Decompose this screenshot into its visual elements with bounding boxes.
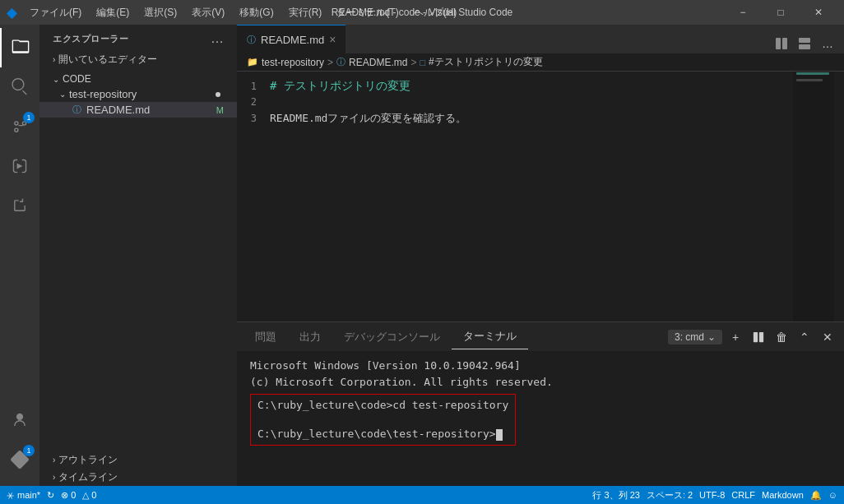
terminal-cmd-1: C:\ruby_lecture\code>cd test-repository	[257, 397, 508, 414]
status-right: 行 3、列 23 スペース: 2 UTF-8 CRLF Markdown 🔔 ☺	[592, 489, 837, 502]
git-branch-name: main*	[17, 490, 40, 500]
terminal-line-1: Microsoft Windows [Version 10.0.19042.96…	[250, 358, 831, 374]
menu-go[interactable]: 移動(G)	[233, 4, 280, 21]
menu-view[interactable]: 表示(V)	[185, 4, 231, 21]
language-status[interactable]: Markdown	[762, 490, 804, 500]
info-icon: ⓘ	[72, 104, 81, 116]
folder-test-repository[interactable]: ⌄ test-repository	[39, 86, 237, 102]
kill-terminal-button[interactable]: 🗑	[772, 327, 791, 347]
folder-icon: 📁	[247, 57, 258, 67]
terminal-line-2: (c) Microsoft Corporation. All rights re…	[250, 374, 831, 391]
activity-source-control[interactable]: 1	[0, 107, 39, 146]
menu-file[interactable]: ファイル(F)	[23, 4, 88, 21]
code-section-label: CODE	[63, 73, 91, 85]
breadcrumb-separator: >	[327, 57, 333, 68]
terminal-selector[interactable]: 3: cmd ⌄	[668, 330, 722, 344]
tab-close-button[interactable]: ×	[329, 33, 336, 46]
notifications-status[interactable]: 🔔	[810, 490, 822, 501]
feedback-status[interactable]: ☺	[828, 490, 837, 500]
git-branch-icon: ⚹	[7, 490, 14, 501]
activity-extensions[interactable]	[0, 186, 39, 225]
errors-status[interactable]: ⊗ 0	[61, 490, 76, 501]
maximize-button[interactable]: □	[762, 0, 800, 25]
tab-debug-console[interactable]: デバッグコンソール	[332, 325, 452, 349]
svg-rect-5	[759, 331, 763, 341]
chevron-right-icon: ›	[53, 55, 55, 64]
menu-select[interactable]: 選択(S)	[137, 4, 183, 21]
line-ending-status[interactable]: CRLF	[731, 490, 755, 500]
activity-explorer[interactable]	[0, 28, 39, 67]
breadcrumb-file[interactable]: README.md	[349, 57, 407, 68]
line-content-3: README.mdファイルの変更を確認する。	[270, 110, 466, 126]
close-button[interactable]: ✕	[800, 0, 837, 25]
cursor-position-status[interactable]: 行 3、列 23	[592, 489, 639, 502]
warnings-status[interactable]: △ 0	[82, 490, 96, 501]
sync-status[interactable]: ↻	[47, 490, 54, 501]
sidebar-more-button[interactable]: …	[211, 31, 224, 46]
tab-readme[interactable]: ⓘ README.md ×	[237, 25, 345, 53]
chevron-right-icon: ›	[53, 473, 55, 482]
open-editors-label: 開いているエディター	[58, 53, 157, 67]
spaces-label: スペース: 2	[647, 489, 693, 502]
outline-label: アウトライン	[58, 453, 118, 467]
open-editors-header[interactable]: › 開いているエディター	[39, 51, 237, 68]
line-number-1: 1	[237, 79, 270, 95]
breadcrumb-repo[interactable]: test-repository	[262, 57, 324, 68]
sync-icon: ↻	[47, 490, 54, 501]
warning-icon: △ 0	[82, 490, 96, 501]
editor-content[interactable]: 1 # テストリポジトリの変更 2 3 README.mdファイルの変更を確認す…	[237, 72, 844, 321]
encoding-status[interactable]: UTF-8	[699, 490, 725, 500]
sidebar: エクスプローラー … › 開いているエディター ⌄ CODE ⌄ test-re…	[39, 25, 237, 486]
file-icon: ⓘ	[336, 56, 345, 68]
code-section-header[interactable]: ⌄ CODE	[39, 72, 237, 86]
chevron-down-icon: ⌄	[53, 75, 59, 84]
file-readme[interactable]: ⓘ README.md M	[39, 102, 237, 118]
tab-terminal[interactable]: ターミナル	[452, 324, 528, 349]
file-modified-badge: M	[216, 105, 224, 115]
settings-badge: 1	[23, 445, 35, 456]
minimize-button[interactable]: −	[724, 0, 762, 25]
spaces-status[interactable]: スペース: 2	[647, 489, 693, 502]
menu-run[interactable]: 実行(R)	[282, 4, 329, 21]
error-icon: ⊗ 0	[61, 490, 76, 501]
panel-tabs: 問題 出力 デバッグコンソール ターミナル 3: cmd ⌄ + 🗑 ⌃	[237, 322, 844, 351]
code-section: ⌄ CODE ⌄ test-repository ⓘ README.md M	[39, 70, 237, 119]
open-editors-section: › 開いているエディター	[39, 49, 237, 70]
tab-name: README.md	[261, 34, 324, 46]
terminal-content[interactable]: Microsoft Windows [Version 10.0.19042.96…	[237, 351, 844, 486]
panel-close-button[interactable]: ✕	[818, 327, 837, 347]
timeline-header[interactable]: › タイムライン	[39, 469, 237, 486]
line-ending-label: CRLF	[731, 490, 755, 500]
svg-rect-4	[754, 331, 758, 341]
activity-account[interactable]	[0, 400, 39, 440]
line-number-2: 2	[237, 95, 270, 110]
activity-bottom: 1	[0, 400, 39, 486]
tab-output[interactable]: 出力	[288, 325, 332, 349]
encoding-label: UTF-8	[699, 490, 725, 500]
new-terminal-button[interactable]: +	[726, 327, 745, 347]
sidebar-title: エクスプローラー	[53, 33, 128, 45]
symbol-icon: □	[420, 58, 425, 67]
language-label: Markdown	[762, 490, 804, 500]
panel-expand-button[interactable]: ⌃	[795, 327, 814, 347]
git-branch-status[interactable]: ⚹ main*	[7, 490, 40, 501]
chevron-right-icon: ›	[53, 455, 55, 465]
titlebar: ◆ ファイル(F) 編集(E) 選択(S) 表示(V) 移動(G) 実行(R) …	[0, 0, 844, 25]
tab-file-icon: ⓘ	[247, 34, 256, 46]
more-actions-button[interactable]: …	[818, 34, 837, 53]
activity-settings[interactable]: 1	[0, 440, 39, 479]
outline-header[interactable]: › アウトライン	[39, 451, 237, 469]
activity-search[interactable]	[0, 67, 39, 107]
split-editor-button[interactable]	[772, 34, 791, 53]
terminal-command-box: C:\ruby_lecture\code>cd test-repository …	[250, 394, 516, 446]
line-number-3: 3	[237, 111, 270, 127]
split-terminal-button[interactable]	[749, 327, 768, 347]
feedback-icon: ☺	[828, 490, 837, 500]
main-area: 1 1 エクスプローラー … › 開いているエディター	[0, 25, 844, 486]
activity-run[interactable]	[0, 146, 39, 186]
toggle-layout-button[interactable]	[795, 34, 814, 53]
status-left: ⚹ main* ↻ ⊗ 0 △ 0	[7, 490, 97, 501]
tab-problems[interactable]: 問題	[243, 325, 288, 349]
folder-name: test-repository	[69, 88, 137, 100]
menu-edit[interactable]: 編集(E)	[90, 4, 136, 21]
